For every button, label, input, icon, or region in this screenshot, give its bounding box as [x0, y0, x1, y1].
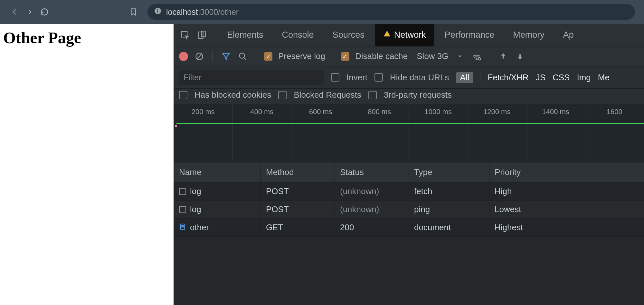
timeline[interactable]: 200 ms400 ms600 ms800 ms1000 ms1200 ms14… — [174, 105, 644, 162]
tab-memory[interactable]: Memory — [505, 24, 553, 46]
filter-type-media[interactable]: Me — [598, 73, 610, 83]
network-conditions-icon[interactable] — [471, 51, 482, 62]
third-party-label: 3rd-party requests — [384, 90, 452, 100]
cell-method: GET — [261, 219, 335, 237]
reload-button[interactable] — [39, 6, 50, 18]
svg-line-11 — [244, 57, 246, 60]
cell-priority: Highest — [489, 219, 644, 237]
upload-har-icon[interactable] — [498, 51, 509, 62]
timeline-tick: 1000 ms — [409, 105, 468, 119]
third-party-checkbox[interactable] — [368, 91, 377, 99]
timeline-tick: 800 ms — [350, 105, 409, 119]
timeline-tick: 400 ms — [233, 105, 292, 119]
tab-network[interactable]: Network — [375, 24, 434, 46]
back-button[interactable] — [9, 6, 21, 18]
separator — [490, 51, 490, 62]
tab-elements[interactable]: Elements — [219, 24, 272, 46]
col-method[interactable]: Method — [261, 162, 335, 182]
table-row[interactable]: logPOST(unknown)pingLowest — [174, 201, 644, 219]
cell-status: (unknown) — [335, 182, 409, 201]
url-host: localhost — [166, 7, 198, 17]
resource-icon — [179, 206, 186, 213]
col-status[interactable]: Status — [335, 162, 409, 182]
col-type[interactable]: Type — [409, 162, 489, 182]
tab-performance[interactable]: Performance — [436, 24, 503, 46]
cell-priority: Lowest — [489, 201, 644, 219]
page-heading: Other Page — [3, 28, 170, 47]
filter-bar: Invert Hide data URLs All Fetch/XHR JS C… — [174, 66, 644, 89]
cell-status: (unknown) — [335, 201, 409, 219]
svg-point-12 — [476, 58, 477, 60]
cell-type: document — [409, 219, 489, 237]
svg-rect-1 — [157, 10, 158, 13]
preserve-log-checkbox[interactable]: ✓ — [264, 52, 272, 61]
clear-button[interactable] — [194, 51, 205, 62]
svg-rect-4 — [198, 32, 203, 38]
search-icon[interactable] — [237, 51, 248, 62]
throttle-select[interactable]: Slow 3G — [417, 51, 448, 61]
chevron-down-icon[interactable] — [454, 51, 465, 62]
tab-console[interactable]: Console — [274, 24, 322, 46]
page-content: Other Page — [0, 24, 174, 305]
svg-rect-6 — [387, 33, 387, 34]
site-info-icon[interactable] — [154, 7, 162, 17]
request-name: log — [190, 204, 201, 214]
filter-toggle-icon[interactable] — [221, 51, 232, 62]
blocked-requests-label: Blocked Requests — [294, 90, 361, 100]
url-path: :3000/other — [198, 7, 239, 17]
separator — [256, 51, 256, 62]
separator — [213, 51, 213, 62]
cell-name: log — [174, 201, 261, 219]
timeline-tick: 1600 — [585, 105, 644, 119]
col-priority[interactable]: Priority — [489, 162, 644, 182]
table-row[interactable]: otherGET200documentHighest — [174, 219, 644, 237]
timeline-tick: 1400 ms — [526, 105, 585, 119]
forward-button[interactable] — [24, 6, 35, 18]
bookmark-button[interactable] — [128, 6, 139, 18]
resource-icon — [179, 188, 186, 195]
cell-type: ping — [409, 201, 489, 219]
timeline-body — [174, 119, 644, 162]
blocked-cookies-checkbox[interactable] — [179, 91, 187, 99]
filter-bar-row2: Has blocked cookies Blocked Requests 3rd… — [174, 89, 644, 105]
network-table: Name Method Status Type Priority logPOST… — [174, 162, 644, 305]
filter-type-fetch-xhr[interactable]: Fetch/XHR — [488, 73, 528, 83]
tab-application[interactable]: Ap — [555, 24, 582, 46]
device-toggle-icon[interactable] — [194, 28, 209, 43]
col-name[interactable]: Name — [174, 162, 261, 182]
devtools-tabs: Elements Console Sources Network Perform… — [174, 24, 644, 46]
table-row[interactable]: logPOST(unknown)fetchHigh — [174, 182, 644, 201]
disable-cache-checkbox[interactable]: ✓ — [341, 52, 349, 61]
inspect-icon[interactable] — [178, 28, 193, 43]
timeline-tick: 1200 ms — [468, 105, 527, 119]
tab-sources[interactable]: Sources — [324, 24, 373, 46]
separator — [214, 29, 214, 41]
address-bar[interactable]: localhost:3000/other — [147, 4, 635, 20]
tab-network-label: Network — [394, 30, 426, 40]
browser-toolbar: localhost:3000/other — [0, 0, 644, 24]
invert-label: Invert — [346, 73, 367, 83]
download-har-icon[interactable] — [515, 51, 526, 62]
filter-type-css[interactable]: CSS — [553, 73, 570, 83]
preserve-log-label: Preserve log — [278, 51, 325, 61]
cell-status: 200 — [335, 219, 409, 237]
request-name: log — [190, 186, 201, 196]
record-button[interactable] — [179, 52, 188, 61]
svg-rect-2 — [157, 9, 158, 10]
filter-type-img[interactable]: Img — [577, 73, 591, 83]
timeline-ruler: 200 ms400 ms600 ms800 ms1000 ms1200 ms14… — [174, 105, 644, 119]
invert-checkbox[interactable] — [331, 73, 339, 82]
filter-type-all[interactable]: All — [456, 72, 473, 83]
hide-data-urls-checkbox[interactable] — [374, 73, 383, 82]
cell-type: fetch — [409, 182, 489, 201]
warning-icon — [383, 30, 391, 40]
filter-input[interactable] — [179, 70, 324, 85]
cell-method: POST — [261, 182, 335, 201]
cell-name: other — [174, 219, 261, 237]
timeline-marker — [175, 125, 177, 127]
network-toolbar: ✓ Preserve log ✓ Disable cache Slow 3G — [174, 46, 644, 66]
timeline-tick: 200 ms — [174, 105, 233, 119]
filter-type-js[interactable]: JS — [536, 73, 545, 83]
hide-data-urls-label: Hide data URLs — [390, 73, 449, 83]
blocked-requests-checkbox[interactable] — [278, 91, 287, 99]
